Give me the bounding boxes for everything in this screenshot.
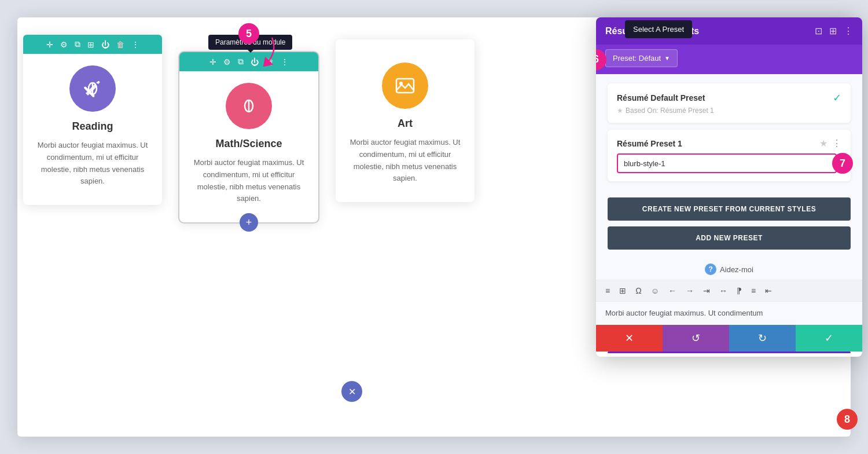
- preset-check-icon: ✓: [833, 91, 841, 104]
- create-preset-button[interactable]: CREATE NEW PRESET FROM CURRENT STYLES: [608, 197, 851, 221]
- preset-dropdown-area: Select A Preset 6 Preset: Défaut ▼: [596, 45, 862, 74]
- move-icon[interactable]: ✛: [46, 40, 53, 49]
- preview-text: Morbi auctor feugiat maximus. Ut condime…: [596, 301, 862, 325]
- copy-icon[interactable]: ⧉: [75, 39, 80, 49]
- art-text: Morbi auctor feugiat maximus. Ut condime…: [336, 137, 475, 185]
- more-icon-2[interactable]: ⋮: [281, 57, 289, 67]
- art-icon-circle: [382, 63, 428, 109]
- power-icon-2[interactable]: ⏻: [251, 57, 259, 67]
- math-text: Morbi auctor feugiat maximus. Ut condime…: [179, 157, 318, 205]
- move-icon-2[interactable]: ✛: [209, 57, 216, 67]
- star-small-icon: ★: [617, 107, 623, 115]
- scene: ✛ ⚙ ⧉ ⊞ ⏻ 🗑 ⋮ Reading Morbi auctor feugi…: [0, 0, 868, 454]
- preset-star-icon[interactable]: ★: [819, 138, 827, 149]
- preset-item-1: Résumé Preset 1 ★ ⋮ 7: [608, 130, 851, 181]
- toolbar-undo-icon[interactable]: ←: [666, 285, 679, 296]
- preset-name-input[interactable]: [624, 159, 830, 168]
- step-8-badge: 8: [837, 409, 858, 430]
- power-icon[interactable]: ⏻: [101, 40, 109, 49]
- toolbar-omega-icon[interactable]: Ω: [633, 285, 643, 296]
- panel-bottom: ✕ ↺ ↻ ✓: [596, 325, 862, 352]
- preset-default-name: Résumé Default Preset: [617, 93, 705, 102]
- preset-dropdown-button[interactable]: Preset: Défaut ▼: [605, 49, 678, 67]
- toolbar-emoji-icon[interactable]: ☺: [649, 285, 661, 296]
- toolbar-fullscreen-icon[interactable]: ⊞: [617, 285, 628, 296]
- art-card: Art Morbi auctor feugiat maximus. Ut con…: [336, 39, 475, 202]
- scroll-bar: [608, 352, 851, 353]
- panel-content: Résumé Default Preset ✓ ★ Based On: Résu…: [596, 74, 862, 325]
- add-row-button[interactable]: +: [240, 213, 258, 232]
- toolbar-align-icon[interactable]: ≡: [749, 285, 758, 296]
- math-icon-circle: [226, 83, 272, 129]
- svg-rect-5: [396, 79, 414, 93]
- toolbar-list-icon[interactable]: ≡: [603, 285, 612, 296]
- help-row: ? Aidez-moi: [596, 259, 862, 280]
- add-preset-button[interactable]: ADD NEW PRESET: [608, 226, 851, 250]
- help-label: Aidez-moi: [720, 265, 753, 274]
- select-preset-tooltip: Select A Preset: [625, 20, 692, 38]
- undo-button[interactable]: ↺: [663, 325, 729, 352]
- delete-icon-2[interactable]: 🗑: [266, 57, 274, 67]
- preset-item-default: Résumé Default Preset ✓ ★ Based On: Résu…: [608, 83, 851, 123]
- delete-icon[interactable]: 🗑: [116, 40, 124, 49]
- cancel-button[interactable]: ✕: [596, 325, 663, 352]
- pencil-icon: [81, 77, 104, 100]
- save-button[interactable]: ✓: [796, 325, 862, 352]
- toolbar-extra-icon[interactable]: ⇤: [763, 285, 774, 296]
- math-card: 5 Paramètres du module ✛ ⚙ ⧉ ⏻ 🗑 ⋮ Mat: [179, 52, 318, 222]
- expand-icon[interactable]: ⊡: [815, 25, 822, 36]
- dropdown-arrow-icon: ▼: [664, 55, 670, 61]
- art-title: Art: [336, 118, 475, 130]
- settings-panel: Résumé Alignements ⊡ ⊞ ⋮ Select A Preset…: [596, 17, 862, 357]
- grid-icon[interactable]: ⊞: [87, 40, 94, 49]
- text-toolbar: ≡ ⊞ Ω ☺ ← → ⇥ ↔ ⁋ ≡ ⇤: [596, 280, 862, 301]
- preset-input-row: 7: [617, 153, 841, 173]
- toolbar-special-icon[interactable]: ⁋: [734, 285, 744, 296]
- copy-icon-2[interactable]: ⧉: [238, 57, 244, 67]
- reading-icon-circle: [69, 65, 116, 112]
- preset-default-sub: ★ Based On: Résumé Preset 1: [617, 107, 841, 115]
- reading-title: Reading: [23, 120, 162, 133]
- more-icon[interactable]: ⋮: [131, 40, 139, 49]
- image-icon: [393, 74, 417, 97]
- settings-icon-2[interactable]: ⚙: [223, 57, 231, 67]
- toolbar-redo-icon[interactable]: →: [683, 285, 696, 296]
- preset-1-name: Résumé Preset 1: [617, 139, 682, 148]
- preset-1-header: Résumé Preset 1 ★ ⋮: [617, 138, 841, 149]
- columns-icon[interactable]: ⊞: [829, 25, 837, 36]
- preset-name-input-wrapper: [617, 153, 837, 173]
- reading-text: Morbi auctor feugiat maximus. Ut condime…: [23, 140, 162, 188]
- toolbar-expand-icon[interactable]: ↔: [717, 285, 730, 296]
- preset-more-icon[interactable]: ⋮: [832, 138, 841, 149]
- card-toolbar-math[interactable]: ✛ ⚙ ⧉ ⏻ 🗑 ⋮: [179, 52, 318, 71]
- preset-default-header: Résumé Default Preset ✓: [617, 91, 841, 104]
- help-icon[interactable]: ?: [705, 263, 716, 275]
- toolbar-indent-icon[interactable]: ⇥: [701, 285, 712, 296]
- math-title: Math/Science: [179, 138, 318, 150]
- panel-header-icons: ⊡ ⊞ ⋮: [815, 25, 853, 36]
- close-button[interactable]: ✕: [341, 381, 362, 402]
- math-icon: [237, 94, 260, 118]
- step-7-badge: 7: [832, 153, 853, 174]
- preset-1-actions: ★ ⋮: [819, 138, 841, 149]
- settings-icon[interactable]: ⚙: [60, 40, 68, 49]
- reading-card: ✛ ⚙ ⧉ ⊞ ⏻ 🗑 ⋮ Reading Morbi auctor feugi…: [23, 35, 162, 205]
- cards-area: ✛ ⚙ ⧉ ⊞ ⏻ 🗑 ⋮ Reading Morbi auctor feugi…: [23, 35, 475, 222]
- more-options-icon[interactable]: ⋮: [844, 25, 853, 36]
- preset-list: Résumé Default Preset ✓ ★ Based On: Résu…: [596, 74, 862, 197]
- card-toolbar-reading[interactable]: ✛ ⚙ ⧉ ⊞ ⏻ 🗑 ⋮: [23, 35, 162, 54]
- redo-button[interactable]: ↻: [729, 325, 796, 352]
- step-5-badge: 5: [238, 23, 259, 44]
